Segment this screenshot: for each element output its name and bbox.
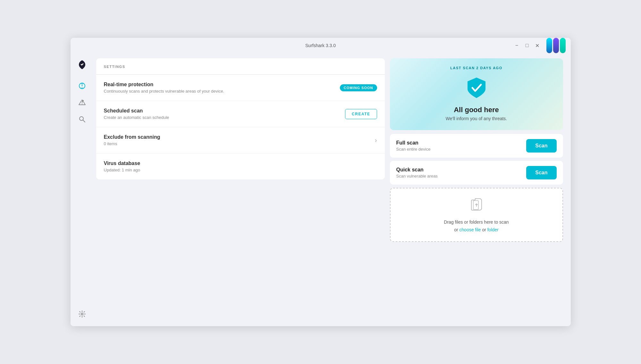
window-title: Surfshark 3.3.0 <box>305 43 336 48</box>
quick-scan-subtitle: Scan vulnerable areas <box>396 174 438 178</box>
scan-options: Full scan Scan entire device Scan Quick … <box>390 134 563 242</box>
minimize-button[interactable]: − <box>513 42 521 49</box>
quick-scan-button[interactable]: Scan <box>526 166 556 179</box>
last-scan-label: LAST SCAN 2 DAYS AGO <box>450 66 502 70</box>
logo-bar-purple <box>553 38 559 53</box>
sidebar-item-alerts[interactable] <box>75 95 89 110</box>
sidebar <box>71 53 94 326</box>
sidebar-item-antivirus[interactable] <box>75 79 89 93</box>
real-time-protection-subtitle: Continuously scans and protects vulnerab… <box>104 89 224 94</box>
full-scan-text: Full scan Scan entire device <box>396 140 431 152</box>
or-text-2: or <box>482 227 487 232</box>
logo-bar-teal <box>560 38 566 53</box>
full-scan-subtitle: Scan entire device <box>396 147 431 152</box>
quick-scan-title: Quick scan <box>396 167 438 173</box>
real-time-protection-card: Real-time protection Continuously scans … <box>96 75 385 101</box>
create-schedule-button[interactable]: CREATE <box>345 109 377 119</box>
close-button[interactable]: ✕ <box>534 42 541 49</box>
logo-bar-blue <box>546 38 552 53</box>
scheduled-scan-card: Scheduled scan Create an automatic scan … <box>96 101 385 127</box>
scheduled-scan-subtitle: Create an automatic scan schedule <box>104 115 169 120</box>
choose-file-link[interactable]: choose file <box>460 227 481 232</box>
maximize-button[interactable]: □ <box>523 42 531 49</box>
quick-scan-card: Quick scan Scan vulnerable areas Scan <box>390 161 563 185</box>
main-content: SETTINGS Real-time protection Continuous… <box>94 53 571 326</box>
left-panel: SETTINGS Real-time protection Continuous… <box>96 58 385 318</box>
exclude-scanning-title: Exclude from scanning <box>104 134 160 140</box>
coming-soon-badge: COMING SOON <box>340 84 377 91</box>
right-panel: LAST SCAN 2 DAYS AGO All good here We'll… <box>390 58 563 318</box>
exclude-scanning-text: Exclude from scanning 0 items <box>104 134 160 146</box>
settings-cards: Real-time protection Continuously scans … <box>96 75 385 179</box>
full-scan-button[interactable]: Scan <box>526 139 556 153</box>
full-scan-card: Full scan Scan entire device Scan <box>390 134 563 158</box>
folder-link[interactable]: folder <box>487 227 499 232</box>
real-time-protection-text: Real-time protection Continuously scans … <box>104 82 224 94</box>
window-controls[interactable]: − □ ✕ <box>513 39 566 52</box>
shield-icon <box>464 75 489 101</box>
status-title: All good here <box>454 106 499 114</box>
drag-drop-links: or choose file or folder <box>454 227 499 232</box>
full-scan-title: Full scan <box>396 140 431 146</box>
status-subtitle: We'll inform you of any threats. <box>446 116 507 121</box>
virus-database-title: Virus database <box>104 161 140 166</box>
chevron-right-icon: › <box>375 136 377 144</box>
svg-point-2 <box>82 87 82 87</box>
drag-drop-card[interactable]: Drag files or folders here to scan or ch… <box>390 188 563 242</box>
status-card: LAST SCAN 2 DAYS AGO All good here We'll… <box>390 58 563 130</box>
drag-drop-icon <box>469 197 484 216</box>
drag-drop-text: Drag files or folders here to scan <box>444 219 509 225</box>
exclude-scanning-card[interactable]: Exclude from scanning 0 items › <box>96 127 385 153</box>
settings-title: SETTINGS <box>104 65 125 69</box>
settings-header: SETTINGS <box>96 58 385 75</box>
scheduled-scan-title: Scheduled scan <box>104 108 169 114</box>
svg-point-6 <box>82 100 84 102</box>
or-text: or <box>454 227 459 232</box>
real-time-protection-title: Real-time protection <box>104 82 224 87</box>
titlebar: Surfshark 3.3.0 − □ ✕ <box>71 38 571 53</box>
virus-database-card: Virus database Updated: 1 min ago <box>96 153 385 179</box>
svg-point-4 <box>82 104 82 104</box>
sidebar-item-search[interactable] <box>75 112 89 126</box>
virus-database-text: Virus database Updated: 1 min ago <box>104 161 140 172</box>
quick-scan-text: Quick scan Scan vulnerable areas <box>396 167 438 178</box>
exclude-scanning-subtitle: 0 items <box>104 141 160 146</box>
svg-point-9 <box>81 313 83 315</box>
sidebar-item-settings[interactable] <box>75 307 89 321</box>
virus-database-subtitle: Updated: 1 min ago <box>104 168 140 172</box>
sidebar-logo[interactable] <box>76 58 89 71</box>
scheduled-scan-text: Scheduled scan Create an automatic scan … <box>104 108 169 120</box>
svg-line-8 <box>83 120 85 122</box>
svg-point-7 <box>80 117 83 120</box>
svg-rect-11 <box>473 201 478 210</box>
